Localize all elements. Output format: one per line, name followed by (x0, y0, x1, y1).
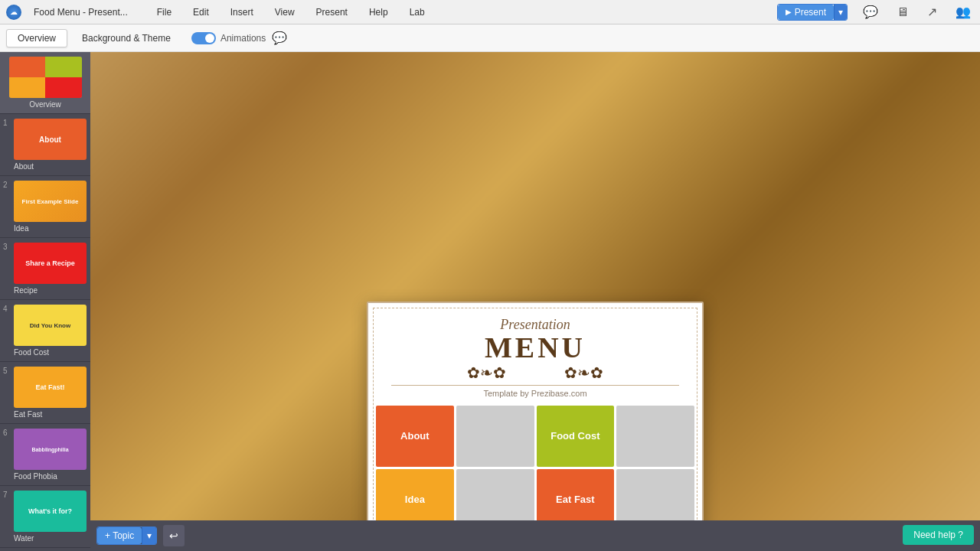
comment-icon[interactable]: 💬 (863, 5, 878, 19)
window-title: Food Menu - Present... (34, 7, 128, 18)
sidebar: Overview 1 About About 2 First Example S… (0, 52, 90, 551)
comment-bubble-icon[interactable]: 💬 (272, 31, 287, 45)
grid-label-idea: Idea (402, 491, 428, 509)
slide-number-4: 4 (3, 305, 8, 313)
grid-cell-foodcost[interactable]: Food Cost (537, 406, 615, 467)
grid-label-foodcost: Food Cost (547, 427, 603, 445)
tab-background-theme[interactable]: Background & Theme (70, 29, 182, 47)
card-header: Presentation MENU ✿❧✿ ✿❧✿ Template by Pr… (376, 311, 694, 406)
bottom-bar: + Topic ▾ ↩ (90, 520, 980, 551)
grid-cell-photo-salad (456, 406, 534, 467)
slide-thumb-6: Babblingphilia (14, 429, 87, 470)
share-icon[interactable]: ↗ (927, 5, 937, 19)
card-divider (391, 385, 679, 386)
add-topic-button[interactable]: + Topic (97, 527, 142, 544)
slide-label-3: Recipe (14, 286, 84, 295)
overview-label: Overview (29, 100, 61, 109)
slide-label-6: Food Phobia (14, 472, 84, 481)
sidebar-item-eatfast[interactable]: 5 Eat Fast! Eat Fast (0, 362, 90, 424)
toolbar: Overview Background & Theme Animations 💬 (0, 24, 980, 52)
slide-label-1: About (14, 162, 84, 171)
animations-toggle[interactable] (191, 32, 216, 44)
animations-toggle-group: Animations (191, 32, 266, 44)
decor-left: ✿❧✿ (467, 364, 506, 382)
card-menu-text: MENU (376, 333, 694, 362)
grid-label-about: About (397, 427, 433, 445)
titlebar: Food Menu - Present... File Edit Insert … (0, 0, 980, 24)
sidebar-item-foodphobia[interactable]: 6 Babblingphilia Food Phobia (0, 424, 90, 486)
present-dropdown-arrow[interactable]: ▾ (834, 5, 847, 20)
slide-thumb-4: Did You Know (14, 305, 87, 346)
grid-cell-about[interactable]: About (376, 406, 454, 467)
menu-lab[interactable]: Lab (405, 5, 430, 19)
slide-number-1: 1 (3, 119, 8, 127)
menu-card: Presentation MENU ✿❧✿ ✿❧✿ Template by Pr… (367, 302, 704, 551)
add-topic-dropdown[interactable]: ▾ (142, 527, 156, 544)
sidebar-item-foodcost[interactable]: 4 Did You Know Food Cost (0, 300, 90, 362)
grid-label-eatfast: Eat Fast (553, 491, 598, 509)
menu-present[interactable]: Present (312, 5, 352, 19)
menu-insert[interactable]: Insert (226, 5, 258, 19)
slide-thumb-7: What's it for? (14, 491, 87, 532)
add-topic-group: + Topic ▾ (96, 527, 157, 545)
slide-number-6: 6 (3, 429, 8, 437)
card-decorations: ✿❧✿ ✿❧✿ (376, 364, 694, 382)
sidebar-item-about[interactable]: 1 About About (0, 114, 90, 176)
animations-label: Animations (220, 33, 266, 44)
grid-cell-photo-burger (616, 406, 694, 467)
slide-number-3: 3 (3, 243, 8, 251)
sidebar-item-idea[interactable]: 2 First Example Slide Idea (0, 176, 90, 238)
menu-edit[interactable]: Edit (188, 5, 214, 19)
slide-label-2: Idea (14, 224, 84, 233)
sidebar-item-water[interactable]: 7 What's it for? Water (0, 486, 90, 548)
present-button-group: ▶ Present ▾ (777, 4, 848, 21)
slide-thumb-5: Eat Fast! (14, 367, 87, 408)
app-logo-icon (6, 5, 21, 20)
undo-button[interactable]: ↩ (163, 525, 185, 546)
help-button[interactable]: Need help ? (903, 525, 974, 545)
main-area: Overview 1 About About 2 First Example S… (0, 52, 980, 551)
slide-number-7: 7 (3, 491, 8, 499)
users-icon[interactable]: 👥 (956, 5, 971, 19)
sidebar-item-recipe[interactable]: 3 Share a Recipe Recipe (0, 238, 90, 300)
sidebar-item-eatout[interactable]: 8 Outdoor Eating Eat Out (0, 548, 90, 551)
card-presentation-text: Presentation (376, 317, 694, 333)
screen-icon[interactable]: 🖥 (897, 5, 909, 19)
card-template-credit: Template by Prezibase.com (376, 389, 694, 398)
decor-right: ✿❧✿ (564, 364, 603, 382)
slide-label-7: Water (14, 534, 84, 543)
slide-thumb-2: First Example Slide (14, 181, 87, 222)
slide-thumb-1: About (14, 119, 87, 160)
menu-view[interactable]: View (270, 5, 299, 19)
overview-thumbnail (9, 57, 82, 98)
slide-thumb-3: Share a Recipe (14, 243, 87, 284)
slide-label-5: Eat Fast (14, 410, 84, 419)
slide-label-4: Food Cost (14, 348, 84, 357)
present-button[interactable]: ▶ Present (778, 5, 834, 20)
menu-help[interactable]: Help (364, 5, 393, 19)
tab-overview[interactable]: Overview (6, 29, 67, 47)
slide-number-2: 2 (3, 181, 8, 189)
slide-number-5: 5 (3, 367, 8, 375)
sidebar-item-overview[interactable]: Overview (0, 52, 90, 114)
menu-file[interactable]: File (152, 5, 176, 19)
canvas-area: Presentation MENU ✿❧✿ ✿❧✿ Template by Pr… (90, 52, 980, 551)
